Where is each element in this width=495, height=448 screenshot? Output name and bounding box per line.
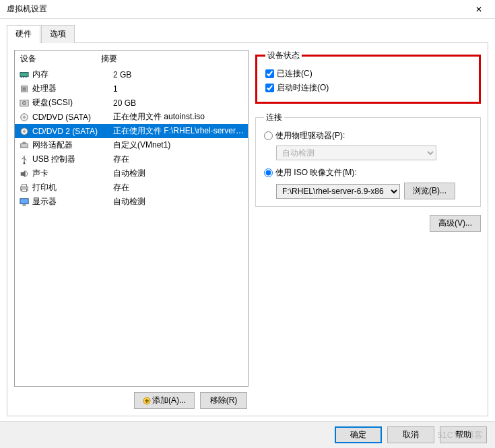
svg-point-14 [24, 162, 26, 164]
printer-icon [19, 183, 30, 193]
device-summary: 正在使用文件 F:\RHEL\rhel-server-6... [113, 125, 245, 137]
help-button[interactable]: 帮助 [440, 426, 487, 443]
device-list: 设备 摘要 内存 2 GB 处理器 1 硬盘(SCSI) 20 GB [14, 50, 249, 387]
use-iso-row[interactable]: 使用 ISO 映像文件(M): [264, 166, 472, 180]
connect-poweron-row[interactable]: 启动时连接(O) [265, 81, 471, 95]
device-status-group: 设备状态 已连接(C) 启动时连接(O) [255, 50, 481, 104]
device-row-harddisk[interactable]: 硬盘(SCSI) 20 GB [15, 96, 248, 110]
use-physical-radio[interactable] [264, 131, 273, 140]
connection-group: 连接 使用物理驱动器(P): 自动检测 使用 ISO 映像文件(M): [255, 112, 481, 207]
add-icon [143, 397, 151, 405]
add-button[interactable]: 添加(A)... [134, 392, 195, 409]
svg-rect-0 [20, 72, 28, 76]
svg-rect-17 [22, 184, 27, 187]
iso-path-select[interactable]: F:\RHEL\rhel-server-6.9-x86 [276, 184, 400, 199]
device-list-header: 设备 摘要 [15, 51, 248, 67]
device-summary: 1 [113, 84, 245, 94]
device-row-network[interactable]: 网络适配器 自定义(VMnet1) [15, 138, 248, 152]
svg-rect-18 [22, 189, 27, 191]
svg-point-11 [24, 130, 26, 132]
connected-checkbox[interactable] [265, 69, 274, 78]
device-name: USB 控制器 [32, 154, 110, 165]
svg-rect-1 [21, 76, 22, 77]
content-area: 硬件 选项 设备 摘要 内存 2 GB 处理器 1 [0, 19, 495, 420]
svg-rect-20 [22, 204, 26, 205]
disk-icon [19, 98, 30, 108]
memory-icon [19, 70, 30, 79]
device-name: 处理器 [32, 83, 110, 94]
device-name: 打印机 [32, 182, 110, 193]
device-row-memory[interactable]: 内存 2 GB [15, 67, 248, 82]
device-summary: 自动检测 [113, 168, 245, 179]
device-row-usb[interactable]: USB 控制器 存在 [15, 152, 248, 166]
bottom-bar: 确定 取消 帮助 [0, 421, 495, 448]
device-status-legend: 设备状态 [265, 50, 302, 61]
device-summary: 存在 [113, 154, 245, 165]
tabs: 硬件 选项 [7, 24, 488, 43]
use-physical-label: 使用物理驱动器(P): [275, 130, 345, 141]
cancel-button[interactable]: 取消 [387, 426, 434, 443]
svg-rect-12 [21, 143, 28, 148]
device-summary: 正在使用文件 autoinst.iso [113, 111, 245, 123]
device-row-printer[interactable]: 打印机 存在 [15, 181, 248, 195]
cd-icon [19, 113, 30, 122]
close-icon: ✕ [475, 5, 482, 14]
connected-row[interactable]: 已连接(C) [265, 67, 471, 81]
svg-rect-5 [22, 87, 26, 90]
svg-point-9 [24, 116, 26, 118]
physical-drive-select: 自动检测 [276, 146, 436, 160]
svg-rect-13 [22, 141, 26, 143]
ok-button[interactable]: 确定 [335, 426, 382, 443]
connected-label: 已连接(C) [277, 68, 312, 79]
header-device: 设备 [20, 53, 101, 65]
add-button-label: 添加(A)... [152, 395, 186, 406]
sound-icon [19, 169, 30, 179]
device-summary: 2 GB [113, 70, 245, 79]
use-iso-radio[interactable] [264, 168, 273, 177]
device-name: 显示器 [32, 196, 110, 207]
device-summary: 存在 [113, 182, 245, 193]
device-name: 硬盘(SCSI) [32, 97, 110, 108]
tab-hardware[interactable]: 硬件 [7, 25, 40, 43]
left-column: 设备 摘要 内存 2 GB 处理器 1 硬盘(SCSI) 20 GB [14, 50, 249, 409]
cpu-icon [19, 84, 30, 94]
left-buttons: 添加(A)... 移除(R) [14, 387, 249, 409]
advanced-row: 高级(V)... [255, 215, 481, 232]
network-icon [19, 141, 30, 150]
device-row-cddvd2[interactable]: CD/DVD 2 (SATA) 正在使用文件 F:\RHEL\rhel-serv… [15, 124, 248, 138]
device-row-cddvd1[interactable]: CD/DVD (SATA) 正在使用文件 autoinst.iso [15, 110, 248, 124]
svg-rect-19 [20, 198, 28, 203]
connection-legend: 连接 [264, 112, 284, 123]
device-row-display[interactable]: 显示器 自动检测 [15, 195, 248, 209]
iso-sub: F:\RHEL\rhel-server-6.9-x86 浏览(B)... [276, 183, 472, 199]
device-summary: 自动检测 [113, 196, 245, 207]
device-name: 内存 [32, 69, 110, 80]
svg-rect-2 [23, 76, 24, 77]
right-column: 设备状态 已连接(C) 启动时连接(O) 连接 使用物理驱动器(P): [255, 50, 481, 409]
device-row-processor[interactable]: 处理器 1 [15, 82, 248, 96]
device-summary: 自定义(VMnet1) [113, 139, 245, 151]
device-summary: 20 GB [113, 98, 245, 108]
browse-button[interactable]: 浏览(B)... [404, 183, 455, 199]
device-name: CD/DVD 2 (SATA) [32, 127, 110, 136]
connect-poweron-checkbox[interactable] [265, 84, 274, 92]
tab-body: 设备 摘要 内存 2 GB 处理器 1 硬盘(SCSI) 20 GB [7, 43, 488, 416]
tab-options[interactable]: 选项 [41, 25, 75, 43]
device-row-sound[interactable]: 声卡 自动检测 [15, 166, 248, 181]
usb-icon [19, 155, 30, 164]
remove-button[interactable]: 移除(R) [200, 392, 247, 409]
use-iso-label: 使用 ISO 映像文件(M): [275, 167, 357, 179]
device-name: 声卡 [32, 168, 110, 179]
use-physical-row[interactable]: 使用物理驱动器(P): [264, 129, 472, 143]
display-icon [19, 197, 30, 207]
advanced-button[interactable]: 高级(V)... [430, 215, 481, 232]
titlebar: 虚拟机设置 ✕ [0, 0, 495, 19]
physical-sub: 自动检测 [276, 146, 472, 160]
device-name: CD/DVD (SATA) [32, 113, 110, 122]
svg-marker-15 [21, 170, 26, 177]
close-button[interactable]: ✕ [465, 2, 492, 17]
svg-rect-3 [26, 76, 27, 77]
header-summary: 摘要 [101, 53, 242, 65]
svg-point-7 [22, 101, 26, 104]
window-title: 虚拟机设置 [7, 3, 465, 15]
